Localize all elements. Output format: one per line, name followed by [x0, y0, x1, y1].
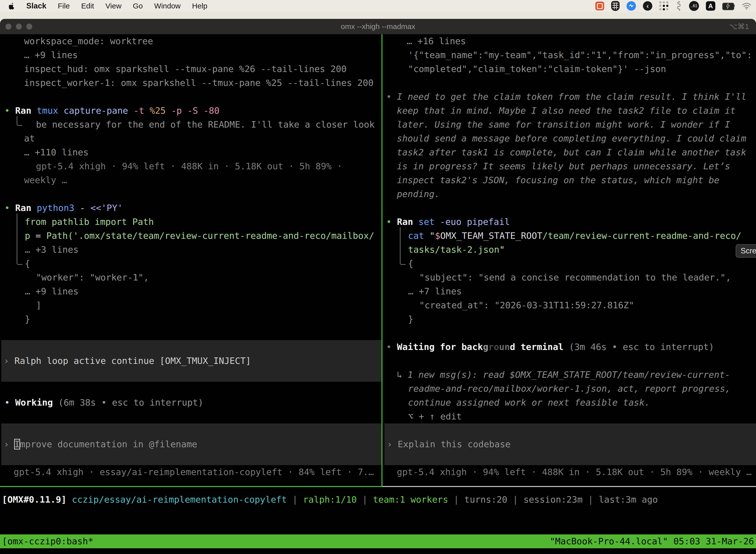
notification-app-icon[interactable] [595, 1, 604, 10]
screenshot-tooltip: Scre [736, 244, 756, 258]
terminal-line: ] [36, 298, 42, 312]
terminal-line: "created_at": "2026-03-31T11:59:27.816Z" [419, 298, 634, 312]
terminal-line: task2 after task1 is complete, but can I… [397, 146, 746, 159]
terminal-content[interactable]: workspace_mode: worktree… +9 linesinspec… [0, 34, 756, 554]
terminal-line: gpt-5.4 xhigh · 94% left · 488K in · 5.1… [397, 465, 752, 479]
tmux-host-clock-label: "MacBook-Pro-44.local" 05:03 31-Mar-26 [550, 535, 754, 548]
terminal-line: • Waiting for background terminal (3m 46… [386, 340, 714, 354]
tmux-session-label: [omx-cczip0:bash* [2, 535, 93, 548]
terminal-pane-right[interactable]: … +16 lines'{"team_name":"my-team","task… [383, 34, 756, 486]
terminal-line: "worker": "worker-1", [36, 271, 149, 284]
speedtest-app-icon[interactable] [627, 1, 636, 11]
menu-item-view[interactable]: View [106, 2, 121, 10]
battery-icon[interactable] [722, 3, 735, 9]
window-title: omx --xhigh --madmax [0, 19, 756, 34]
pane-border-right-inactive [382, 486, 756, 487]
menu-item-file[interactable]: File [58, 2, 70, 10]
menu-item-go[interactable]: Go [133, 2, 143, 10]
terminal-line: should send a message before completing … [397, 131, 746, 146]
terminal-line: "completed","claim_token":"claim-token"}… [408, 62, 666, 76]
terminal-pane-left[interactable]: workspace_mode: worktree… +9 linesinspec… [0, 34, 381, 486]
terminal-line: { [408, 257, 414, 271]
terminal-line: • I need to get the claim token from the… [386, 90, 746, 104]
terminal-line: tasks/task-2.json" [408, 243, 505, 257]
terminal-line: … +7 lines [408, 284, 462, 298]
window-titlebar[interactable]: omx --xhigh --madmax ⌥⌘1 [0, 19, 756, 34]
terminal-line: … +3 lines [25, 243, 79, 257]
terminal-line: › Ralph loop active continue [OMX_TMUX_I… [4, 354, 251, 368]
terminal-line: readme-and-reco/mailbox/worker-1.json, a… [408, 382, 731, 396]
pane-border-left-active [0, 486, 382, 487]
terminal-line: weekly … [24, 173, 67, 187]
omx-status-bar: [OMX#0.11.9] cczip/essay/ai-reimplementa… [2, 493, 658, 507]
terminal-line: cat "$OMX_TEAM_STATE_ROOT/team/review-cu… [408, 229, 741, 243]
terminal-line: } [25, 312, 30, 326]
terminal-line: ↳ 1 new msg(s): read $OMX_TEAM_STATE_ROO… [397, 368, 730, 382]
pane-divider[interactable] [381, 34, 382, 486]
menu-bar: Slack FileEditViewGoWindowHelp ‹ ..61 A [0, 0, 756, 12]
terminal-line: … +9 lines [25, 284, 79, 298]
terminal-line: … +16 lines [407, 34, 466, 48]
terminal-line: workspace_mode: worktree [24, 34, 153, 48]
window-shortcut-badge: ⌥⌘1 [729, 19, 749, 34]
terminal-line: from pathlib import Path [25, 215, 154, 229]
badge-circle-icon[interactable]: ..61 [689, 1, 699, 11]
tmux-status-bar: [omx-cczip0:bash* "MacBook-Pro-44.local"… [0, 535, 756, 548]
terminal-line: pending. [397, 187, 440, 201]
terminal-line: keep that in mind. Maybe I also need the… [397, 104, 736, 118]
shield-app-icon[interactable] [611, 1, 620, 11]
terminal-line: is in progress? It seems likely but perh… [397, 159, 730, 173]
terminal-line: › Improve documentation in @filename [4, 437, 197, 451]
terminal-window: omx --xhigh --madmax ⌥⌘1 workspace_mode:… [0, 19, 756, 554]
terminal-line: • Ran python3 - <<'PY' [4, 201, 123, 215]
hook-app-icon[interactable] [676, 1, 682, 11]
menu-status-area: ‹ ..61 A [595, 1, 756, 11]
terminal-line: › Explain this codebase [387, 437, 511, 451]
terminal-line: ⌥ + ↑ edit [408, 409, 462, 424]
menu-item-help[interactable]: Help [192, 2, 207, 10]
terminal-line: { [25, 257, 30, 271]
output-connector [400, 227, 405, 265]
menu-app-name[interactable]: Slack [26, 1, 46, 10]
letter-a-app-icon[interactable]: A [706, 1, 715, 11]
terminal-line: later. Using the same for transition mig… [397, 118, 730, 131]
terminal-line: p = Path('.omx/state/team/review-current… [25, 229, 374, 243]
crescent-chevron-app-icon[interactable]: ‹ [643, 1, 652, 11]
terminal-line: } [408, 312, 414, 326]
terminal-line: inspect_worker-1: omx sparkshell --tmux-… [24, 76, 374, 90]
wifi-icon[interactable] [742, 2, 752, 10]
menu-item-window[interactable]: Window [154, 2, 181, 10]
terminal-line: gpt-5.4 xhigh · essay/ai-reimplementatio… [14, 465, 374, 479]
terminal-line: … +110 lines [24, 146, 88, 159]
terminal-line: inspect_hud: omx sparkshell --tmux-pane … [24, 62, 346, 76]
terminal-line: '{"team_name":"my-team","task_id":"1","f… [408, 48, 752, 62]
terminal-line: be necessary for the end of the README. … [36, 118, 375, 131]
terminal-line: gpt-5.4 xhigh · 94% left · 488K in · 5.1… [36, 159, 342, 173]
terminal-line: • Ran set -euo pipefail [386, 215, 510, 229]
terminal-line: at [24, 131, 35, 146]
terminal-line: continue assigned work or next feasible … [408, 396, 650, 409]
menu-item-edit[interactable]: Edit [81, 2, 94, 10]
terminal-line: … +9 lines [24, 48, 78, 62]
dots-grid-icon[interactable] [659, 1, 669, 11]
terminal-line: • Working (6m 38s • esc to interrupt) [4, 396, 203, 409]
output-connector [17, 214, 22, 265]
terminal-line: inspect task2's JSON, focusing on the st… [397, 173, 719, 187]
terminal-line: • Ran tmux capture-pane -t %25 -p -S -80 [4, 104, 219, 118]
apple-menu-icon[interactable] [9, 2, 15, 9]
terminal-line: "subject": "send a concise recommendatio… [419, 271, 731, 284]
